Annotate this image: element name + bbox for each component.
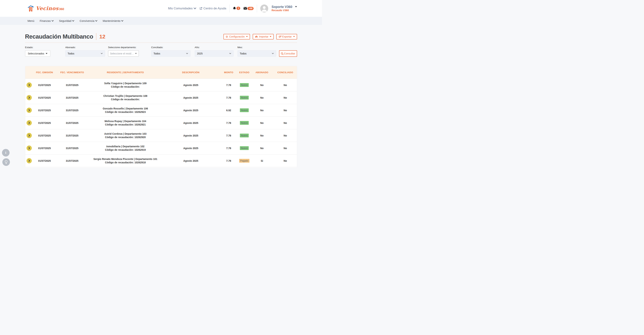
chevron-down-icon — [229, 53, 231, 54]
top-header: Vecinos360 Mis Comunidades Centro de Ayu… — [0, 0, 322, 17]
column-header: FEC. VENCIMIENTO — [56, 71, 88, 74]
expand-row-button[interactable] — [26, 82, 32, 88]
estado-cell: Pagado — [238, 159, 250, 163]
my-communities-menu[interactable]: Mis Comunidades — [168, 7, 196, 10]
help-center-link[interactable]: Centro de Ayuda — [200, 7, 226, 10]
estado-cell: Nuevo — [238, 146, 250, 150]
chevron-right-icon — [28, 84, 30, 86]
mes-select[interactable]: Todos — [238, 50, 276, 57]
anio-select[interactable]: 2025 — [195, 50, 234, 57]
descripcion-cell: Agosto 2025 — [162, 84, 219, 86]
expand-row-button[interactable] — [26, 158, 32, 163]
nav-item-convivencia[interactable]: Convivencia — [80, 19, 97, 22]
nav-item-seguridad[interactable]: Seguridad — [59, 19, 74, 22]
conciliado-select[interactable]: Todos — [151, 50, 190, 57]
exportar-button[interactable]: ⚙⚙ Exportar — [276, 34, 297, 39]
departamento-select[interactable]: Seleccione el residente — [108, 50, 139, 57]
nav-item-mantenimiento[interactable]: Mantenimiento — [103, 19, 123, 22]
estado-badge: Nuevo — [240, 134, 249, 137]
page-title: Recaudación Multibanco — [25, 33, 93, 40]
caret-down-icon — [246, 36, 248, 37]
monto-cell: 7.78 — [219, 134, 238, 137]
chevron-down-icon — [52, 20, 54, 22]
fec-emision-cell: 01/07/2025 — [33, 159, 56, 162]
info-floating-button[interactable]: i — [2, 149, 10, 156]
chevron-down-icon — [121, 20, 123, 22]
monto-cell: 6.92 — [219, 109, 238, 112]
abonado-cell: No — [250, 147, 274, 150]
fec-vencimiento-cell: 31/07/2025 — [56, 84, 88, 86]
estado-cell: Nuevo — [238, 96, 250, 99]
conciliado-cell: No — [274, 84, 297, 86]
abonado-cell: No — [250, 121, 274, 124]
fec-emision-cell: 01/07/2025 — [33, 121, 56, 124]
column-header: FEC. EMISIÓN — [33, 71, 56, 74]
anio-label: Año: — [195, 46, 234, 49]
notifications-button[interactable]: 1 — [233, 7, 240, 10]
residente-cell: Christian Trujillo | Departamento 108 Có… — [88, 94, 162, 101]
nav-item-menu[interactable]: Menú — [28, 19, 34, 22]
estado-badge: Nuevo — [240, 83, 249, 87]
fec-vencimiento-cell: 31/07/2025 — [56, 134, 88, 137]
user-avatar[interactable] — [260, 4, 268, 12]
column-header: CONCILIADO — [274, 71, 297, 74]
caret-down-icon — [295, 6, 297, 7]
nav-item-finanzas[interactable]: Finanzas — [40, 19, 54, 22]
fec-emision-cell: 01/07/2025 — [33, 96, 56, 99]
residente-cell: Sergio Renato Mendoza Pisconte | Departa… — [88, 157, 162, 164]
conciliado-cell: No — [274, 134, 297, 137]
codigo-recaudacion: Código de recaudación: 10262918 — [88, 161, 162, 164]
residente-name: Gonzalo Rossello | Departamento 106 — [88, 107, 162, 110]
codigo-recaudacion: Código de recaudación: 10262921 — [88, 123, 162, 126]
importar-button[interactable]: Importar — [253, 34, 274, 39]
caret-down-icon — [46, 53, 48, 54]
tips-floating-button[interactable] — [2, 158, 10, 166]
expand-row-button[interactable] — [26, 120, 32, 125]
codigo-recaudacion: Código de recaudación: 10262923 — [88, 110, 162, 114]
estado-cell: Nuevo — [238, 134, 250, 137]
consultar-button[interactable]: Consultar — [279, 50, 297, 57]
fec-emision-cell: 01/07/2025 — [33, 134, 56, 137]
chevron-down-icon — [194, 7, 196, 9]
residente-cell: inmobiliaria | Departamento 102 Código d… — [88, 145, 162, 152]
caret-down-icon — [293, 36, 295, 37]
abonado-cell: No — [250, 96, 274, 99]
abonado-cell: Si — [250, 159, 274, 162]
expand-row-button[interactable] — [26, 145, 32, 151]
mes-label: Mes: — [238, 46, 276, 49]
chevron-right-icon — [28, 109, 30, 111]
descripcion-cell: Agosto 2025 — [162, 134, 219, 137]
descripcion-cell: Agosto 2025 — [162, 121, 219, 124]
fec-vencimiento-cell: 31/07/2025 — [56, 109, 88, 112]
conciliado-cell: No — [274, 121, 297, 124]
user-name: Soporte V360 — [272, 5, 292, 9]
gears-icon: ⚙⚙ — [278, 35, 281, 38]
fec-vencimiento-cell: 31/07/2025 — [56, 121, 88, 124]
brand-logo[interactable]: Vecinos360 — [25, 5, 64, 12]
residente-name: Astrid Cordova | Departamento 103 — [88, 132, 162, 136]
main-nav: Menú Finanzas Seguridad Convivencia Mant… — [0, 17, 322, 25]
table-row: 01/07/2025 31/07/2025 Sofia Yzaguirre | … — [25, 79, 297, 91]
residente-cell: Sofia Yzaguirre | Departamento 109 Códig… — [88, 82, 162, 88]
title-separator — [96, 33, 96, 40]
residente-cell: Gonzalo Rossello | Departamento 106 Códi… — [88, 107, 162, 114]
user-menu[interactable]: Soporte V360 Recaudo V360 — [272, 5, 297, 12]
codigo-recaudacion: Código de recaudación: 10262919 — [88, 148, 162, 152]
abonado-cell: No — [250, 84, 274, 86]
messages-button[interactable]: +99 — [244, 7, 254, 10]
column-header: ABONADO — [250, 71, 274, 74]
codigo-recaudacion: Código de recaudación: — [88, 98, 162, 101]
estado-badge: Nuevo — [240, 96, 249, 99]
expand-row-button[interactable] — [26, 95, 32, 100]
abonado-select[interactable]: Todos — [65, 50, 105, 57]
monto-cell: 7.78 — [219, 159, 238, 162]
expand-row-button[interactable] — [26, 108, 32, 113]
column-header: MONTO — [219, 71, 238, 74]
title-divider-line — [25, 42, 297, 43]
expand-row-button[interactable] — [26, 133, 32, 138]
configuracion-button[interactable]: ⚙ Configuración — [224, 34, 250, 39]
residente-name: inmobiliaria | Departamento 102 — [88, 145, 162, 148]
estado-badge: Nuevo — [240, 146, 249, 150]
caret-down-icon — [270, 36, 272, 37]
estado-dropdown[interactable]: Seleccionados — [25, 50, 50, 57]
